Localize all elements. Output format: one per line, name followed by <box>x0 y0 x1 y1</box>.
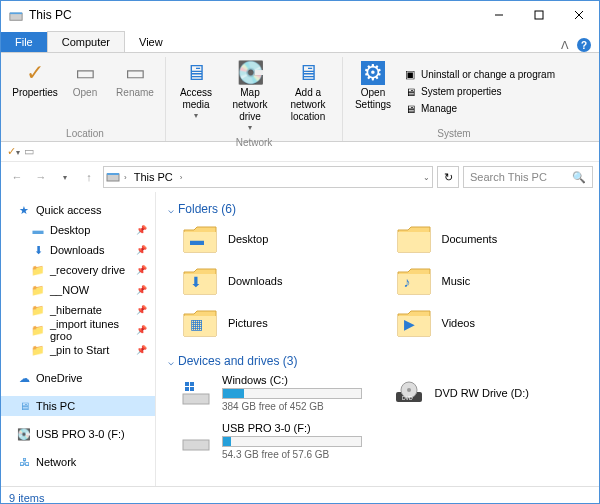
folder-label: Music <box>442 275 471 287</box>
system-properties-button[interactable]: 🖥System properties <box>403 85 555 99</box>
window-controls <box>479 1 599 29</box>
window-title: This PC <box>29 8 479 22</box>
ribbon-tabs: File Computer View ᐱ ? <box>1 29 599 52</box>
maximize-button[interactable] <box>519 1 559 29</box>
history-dropdown[interactable]: ▾ <box>55 167 75 187</box>
folder-pictures[interactable]: ▦Pictures <box>180 306 378 340</box>
group-label-network: Network <box>236 135 273 150</box>
folder-label: Desktop <box>228 233 268 245</box>
access-media-button[interactable]: 🖥Access media▾ <box>172 57 220 135</box>
forward-button[interactable]: → <box>31 167 51 187</box>
help-icon[interactable]: ? <box>577 38 591 52</box>
nav-this-pc[interactable]: 🖥This PC <box>1 396 155 416</box>
nav-onedrive[interactable]: ☁OneDrive <box>1 368 155 388</box>
svg-rect-6 <box>107 174 119 181</box>
section-drives[interactable]: Devices and drives (3) <box>164 350 591 374</box>
usb-drive-icon <box>180 427 212 455</box>
path-icon <box>106 169 120 185</box>
close-button[interactable] <box>559 1 599 29</box>
folder-icon <box>396 224 432 254</box>
drive-d-name: DVD RW Drive (D:) <box>435 387 592 399</box>
nav-import[interactable]: 📁_import itunes groo📌 <box>1 320 155 340</box>
nav-usb[interactable]: 💽USB PRO 3-0 (F:) <box>1 424 155 444</box>
pin-icon: 📌 <box>136 225 147 235</box>
nav-quick-access[interactable]: ★Quick access <box>1 200 155 220</box>
uninstall-button[interactable]: ▣Uninstall or change a program <box>403 68 555 82</box>
pin-icon: 📌 <box>136 285 147 295</box>
usb-icon: 💽 <box>17 428 31 441</box>
open-button[interactable]: ▭Open <box>61 57 109 126</box>
folder-videos[interactable]: ▶Videos <box>394 306 592 340</box>
svg-rect-8 <box>183 394 209 404</box>
rename-button[interactable]: ▭Rename <box>111 57 159 126</box>
section-folders[interactable]: Folders (6) <box>164 198 591 222</box>
drive-f[interactable]: USB PRO 3-0 (F:) 54.3 GB free of 57.6 GB <box>180 422 379 460</box>
properties-icon: ✓ <box>26 59 44 87</box>
properties-button[interactable]: ✓Properties <box>11 57 59 126</box>
group-label-location: Location <box>66 126 104 141</box>
status-bar: 9 items <box>1 486 599 504</box>
drive-icon: 💽 <box>237 59 264 87</box>
folder-icon: 📁 <box>31 284 45 297</box>
open-settings-button[interactable]: ⚙Open Settings <box>349 57 397 126</box>
qat-drive-icon[interactable]: ▭ <box>24 145 34 158</box>
breadcrumb-thispc[interactable]: This PC <box>131 171 176 183</box>
search-input[interactable]: Search This PC 🔍 <box>463 166 593 188</box>
refresh-button[interactable]: ↻ <box>437 166 459 188</box>
folder-music[interactable]: ♪Music <box>394 264 592 298</box>
drive-c-bar <box>222 388 362 399</box>
folder-downloads[interactable]: ⬇Downloads <box>180 264 378 298</box>
path-dropdown[interactable]: ⌄ <box>423 173 430 182</box>
cloud-icon: ☁ <box>17 372 31 385</box>
svg-rect-10 <box>190 382 194 386</box>
nav-network[interactable]: 🖧Network <box>1 452 155 472</box>
drive-f-free: 54.3 GB free of 57.6 GB <box>222 449 379 460</box>
folder-icon: 📁 <box>31 344 45 357</box>
drive-f-bar <box>222 436 362 447</box>
collapse-ribbon-icon[interactable]: ᐱ <box>561 39 569 52</box>
map-drive-button[interactable]: 💽Map network drive▾ <box>222 57 278 135</box>
nav-downloads[interactable]: ⬇Downloads📌 <box>1 240 155 260</box>
settings-icon: ⚙ <box>361 59 385 87</box>
sysprops-icon: 🖥 <box>403 85 417 99</box>
drive-d[interactable]: DVD DVD RW Drive (D:) <box>393 374 592 412</box>
tab-computer[interactable]: Computer <box>47 31 125 52</box>
add-location-button[interactable]: 🖥Add a network location <box>280 57 336 135</box>
downloads-icon: ⬇ <box>31 244 45 257</box>
manage-button[interactable]: 🖥Manage <box>403 102 555 116</box>
pc-icon: 🖥 <box>17 400 31 412</box>
drive-f-name: USB PRO 3-0 (F:) <box>222 422 379 434</box>
pin-icon: 📌 <box>136 305 147 315</box>
path-root-chevron[interactable]: › <box>124 173 127 182</box>
pin-icon: 📌 <box>136 265 147 275</box>
open-icon: ▭ <box>75 59 96 87</box>
network-icon: 🖥 <box>297 59 319 87</box>
uninstall-icon: ▣ <box>403 68 417 82</box>
network-icon: 🖧 <box>17 456 31 468</box>
tab-view[interactable]: View <box>125 32 177 52</box>
folder-desktop[interactable]: ▬Desktop <box>180 222 378 256</box>
path-box[interactable]: › This PC › ⌄ <box>103 166 433 188</box>
svg-rect-0 <box>10 13 22 20</box>
up-button[interactable]: ↑ <box>79 167 99 187</box>
main-area: ★Quick access ▬Desktop📌 ⬇Downloads📌 📁_re… <box>1 192 599 486</box>
ribbon-group-system: ⚙Open Settings ▣Uninstall or change a pr… <box>343 57 565 141</box>
drive-c-free: 384 GB free of 452 GB <box>222 401 379 412</box>
star-icon: ★ <box>17 204 31 217</box>
tab-file[interactable]: File <box>1 32 47 52</box>
svg-text:DVD: DVD <box>402 395 413 401</box>
nav-desktop[interactable]: ▬Desktop📌 <box>1 220 155 240</box>
drive-c[interactable]: Windows (C:) 384 GB free of 452 GB <box>180 374 379 412</box>
qat-check-icon[interactable]: ✓▾ <box>7 145 20 158</box>
folder-icon: ⬇ <box>182 266 218 296</box>
back-button[interactable]: ← <box>7 167 27 187</box>
path-chevron[interactable]: › <box>180 173 183 182</box>
ribbon-content: ✓Properties ▭Open ▭Rename Location 🖥Acce… <box>1 52 599 142</box>
title-bar: This PC <box>1 1 599 29</box>
folder-documents[interactable]: Documents <box>394 222 592 256</box>
nav-recovery[interactable]: 📁_recovery drive📌 <box>1 260 155 280</box>
nav-pin[interactable]: 📁_pin to Start📌 <box>1 340 155 360</box>
nav-now[interactable]: 📁__NOW📌 <box>1 280 155 300</box>
nav-hibernate[interactable]: 📁_hibernate📌 <box>1 300 155 320</box>
minimize-button[interactable] <box>479 1 519 29</box>
